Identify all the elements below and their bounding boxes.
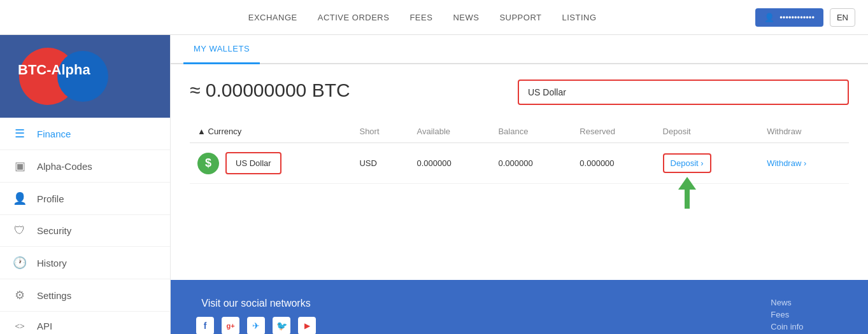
username-label: •••••••••••• [779, 13, 815, 22]
nav-news[interactable]: NEWS [453, 13, 479, 22]
nav-active-orders[interactable]: ACTIVE ORDERS [318, 13, 390, 22]
deposit-arrow-container: Deposit › [663, 153, 711, 173]
sidebar-item-settings[interactable]: ⚙ Settings [0, 279, 170, 312]
balance-cell: 0.000000 [490, 143, 572, 184]
sidebar-label-security: Security [37, 225, 71, 236]
sidebar-nav: ☰ Finance ▣ Alpha-Codes 👤 Profile 🛡 Secu… [0, 118, 170, 334]
deposit-cell[interactable]: Deposit › [655, 143, 760, 184]
col-withdraw: Withdraw [759, 120, 849, 143]
googleplus-icon[interactable]: g+ [222, 317, 239, 334]
tab-my-wallets[interactable]: MY WALLETS [183, 35, 260, 64]
sidebar: BTC-Alpha ☰ Finance ▣ Alpha-Codes 👤 Prof… [0, 35, 171, 334]
sidebar-item-profile[interactable]: 👤 Profile [0, 183, 170, 215]
withdraw-cell[interactable]: Withdraw › [759, 143, 849, 184]
footer-link-news[interactable]: News [771, 298, 843, 307]
tabs-bar: MY WALLETS [171, 35, 868, 64]
currency-name: US Dollar [225, 152, 281, 174]
deposit-link[interactable]: Deposit › [671, 158, 704, 168]
footer: Visit our social networks f g+ ✈ 🐦 ▶ New… [171, 280, 868, 334]
finance-icon: ☰ [13, 127, 27, 141]
api-icon: <> [13, 321, 27, 331]
sidebar-label-alpha-codes: Alpha-Codes [37, 161, 92, 172]
sidebar-label-api: API [37, 321, 52, 331]
lang-button[interactable]: EN [830, 8, 855, 27]
twitter-icon[interactable]: 🐦 [273, 317, 290, 334]
wallet-total: ≈ 0.00000000 BTC [190, 80, 350, 101]
table-header-row: ▲ Currency Short Available Balance Reser… [190, 120, 849, 143]
col-available: Available [409, 120, 491, 143]
security-icon: 🛡 [13, 224, 27, 237]
nav-listing[interactable]: LISTING [562, 13, 596, 22]
currency-search-input[interactable] [518, 80, 849, 105]
withdraw-link[interactable]: Withdraw › [767, 158, 806, 168]
green-arrow [678, 177, 696, 209]
sidebar-label-history: History [37, 258, 67, 268]
col-currency[interactable]: ▲ Currency [190, 120, 352, 143]
telegram-icon[interactable]: ✈ [247, 317, 265, 334]
profile-icon: 👤 [13, 191, 27, 205]
footer-link-coin-info[interactable]: Coin info [771, 322, 843, 331]
currency-cell: $ US Dollar [190, 143, 352, 184]
nav-exchange[interactable]: EXCHANGE [248, 13, 297, 22]
table-row: $ US Dollar USD 0.000000 0.000000 0.0000… [190, 143, 849, 184]
coin-icon-usd: $ [197, 153, 219, 174]
header: EXCHANGE ACTIVE ORDERS FEES NEWS SUPPORT… [0, 0, 868, 35]
social-icons: f g+ ✈ 🐦 ▶ [196, 317, 316, 334]
main-content: MY WALLETS ≈ 0.00000000 BTC ▲ Currency S… [171, 35, 868, 334]
sidebar-item-alpha-codes[interactable]: ▣ Alpha-Codes [0, 150, 170, 183]
deposit-wrapper: Deposit › [663, 153, 711, 173]
short-cell: USD [352, 143, 409, 184]
sidebar-label-profile: Profile [37, 193, 64, 204]
facebook-icon[interactable]: f [196, 317, 214, 334]
sidebar-item-history[interactable]: 🕐 History [0, 247, 170, 279]
sidebar-item-finance[interactable]: ☰ Finance [0, 118, 170, 150]
wallet-content: ≈ 0.00000000 BTC ▲ Currency Short Availa… [171, 64, 868, 280]
sidebar-item-api[interactable]: <> API [0, 312, 170, 334]
reserved-cell: 0.000000 [572, 143, 655, 184]
wallet-table: ▲ Currency Short Available Balance Reser… [190, 120, 849, 184]
header-right: 👤 •••••••••••• EN [755, 8, 855, 27]
history-icon: 🕐 [13, 256, 27, 270]
nav-fees[interactable]: FEES [409, 13, 432, 22]
sidebar-item-security[interactable]: 🛡 Security [0, 215, 170, 247]
col-deposit: Deposit [655, 120, 760, 143]
sidebar-label-finance: Finance [37, 129, 71, 139]
footer-social: Visit our social networks f g+ ✈ 🐦 ▶ [196, 298, 316, 334]
col-reserved: Reserved [572, 120, 655, 143]
main-nav: EXCHANGE ACTIVE ORDERS FEES NEWS SUPPORT… [89, 13, 755, 22]
logo-text: BTC-Alpha [18, 62, 90, 78]
wallet-header: ≈ 0.00000000 BTC [190, 80, 849, 105]
footer-links: News Fees Coin info Listing Terms & Cond… [771, 298, 843, 334]
col-balance: Balance [490, 120, 572, 143]
arrow-line [685, 190, 690, 209]
sidebar-label-settings: Settings [37, 290, 71, 301]
alpha-codes-icon: ▣ [13, 159, 27, 173]
footer-social-title: Visit our social networks [201, 298, 310, 309]
nav-support[interactable]: SUPPORT [499, 13, 541, 22]
youtube-icon[interactable]: ▶ [298, 317, 316, 334]
arrow-head [678, 177, 696, 190]
layout: BTC-Alpha ☰ Finance ▣ Alpha-Codes 👤 Prof… [0, 35, 868, 334]
user-icon: 👤 [764, 13, 774, 22]
footer-link-fees[interactable]: Fees [771, 310, 843, 319]
sidebar-logo: BTC-Alpha [0, 35, 170, 118]
settings-icon: ⚙ [13, 288, 27, 302]
col-short: Short [352, 120, 409, 143]
sort-asc-icon: ▲ [197, 127, 206, 136]
user-button[interactable]: 👤 •••••••••••• [755, 8, 823, 27]
available-cell: 0.000000 [409, 143, 491, 184]
